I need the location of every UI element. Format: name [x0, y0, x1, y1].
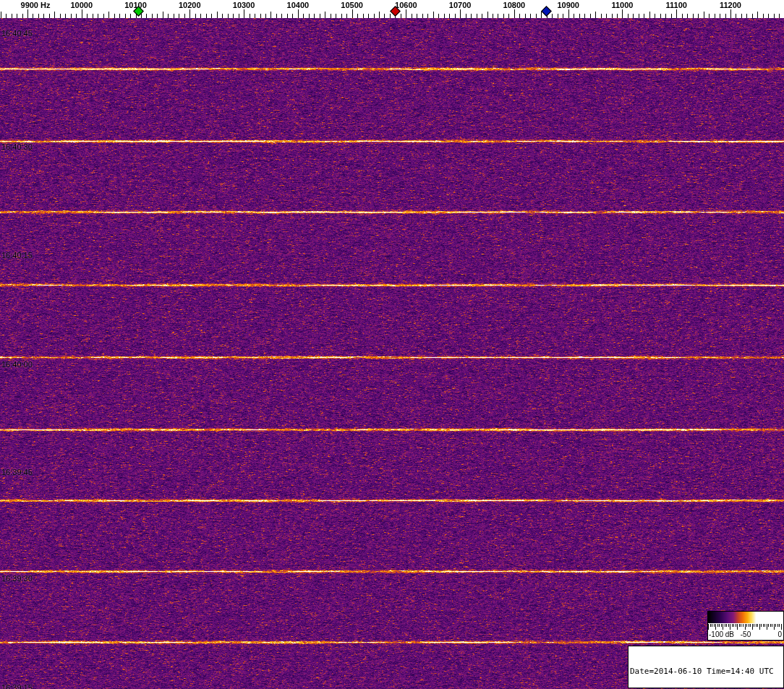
legend-label-max: 0	[777, 630, 782, 638]
marker-green-diamond-icon[interactable]	[133, 6, 144, 17]
marker-red-diamond-icon[interactable]	[390, 6, 401, 17]
color-scale-gradient	[708, 612, 782, 630]
observation-info-box: Date=2014-06-10 Time=14:40 UTC Freq=143 …	[628, 646, 784, 688]
info-date-time: Date=2014-06-10 Time=14:40 UTC	[630, 667, 782, 677]
legend-label-min: -100 dB	[709, 630, 734, 638]
legend-label-mid: -50	[741, 630, 751, 638]
color-scale-labels: -100 dB -50 0	[708, 630, 783, 640]
frequency-ruler: 9900 Hz100001010010200103001040010500106…	[0, 0, 784, 18]
spectrogram-waterfall	[0, 18, 784, 689]
color-scale-legend: -100 dB -50 0	[707, 611, 784, 641]
spectrogram-viewer: 9900 Hz100001010010200103001040010500106…	[0, 0, 784, 689]
frequency-ruler-markers	[0, 0, 784, 18]
marker-blue-diamond-icon[interactable]	[541, 6, 552, 17]
